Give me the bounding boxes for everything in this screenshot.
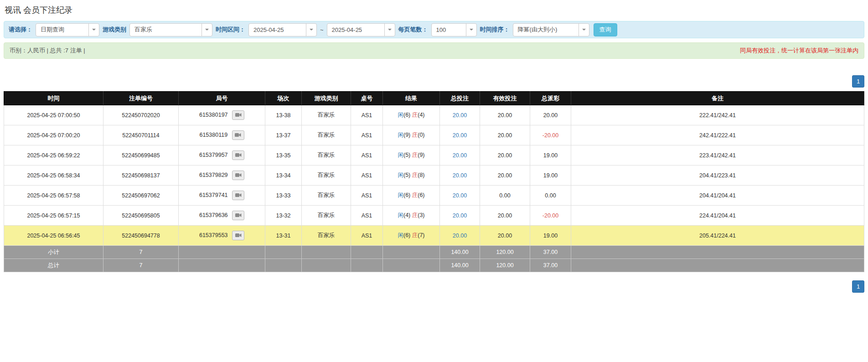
total-bet-link[interactable]: 20.00 bbox=[453, 212, 467, 219]
note-cell: 205.41/224.41 bbox=[571, 226, 864, 246]
banker-result: 庄 bbox=[412, 132, 418, 138]
time-cell: 2025-04-25 06:59:22 bbox=[4, 145, 103, 165]
bet-id-cell: 522450702020 bbox=[103, 105, 179, 125]
filter-bar: 请选择： 日期查询 游戏类别 百家乐 时间区间： 2025-04-25 ~ 20… bbox=[4, 21, 864, 38]
summary-row-label: 总计 bbox=[4, 259, 103, 272]
round-id-cell: 615379829 bbox=[179, 165, 265, 186]
round-id-cell: 615380197 bbox=[179, 105, 265, 125]
session-cell: 13-31 bbox=[265, 226, 302, 246]
pagination-page-1[interactable]: 1 bbox=[852, 75, 864, 88]
time-cell: 2025-04-25 07:00:20 bbox=[4, 125, 103, 145]
payout-cell: -20.00 bbox=[530, 206, 571, 226]
time-cell: 2025-04-25 06:57:15 bbox=[4, 206, 103, 226]
query-type-value: 日期查询 bbox=[36, 24, 88, 36]
banker-result: 庄 bbox=[412, 172, 418, 178]
round-id-cell: 615379636 bbox=[179, 206, 265, 226]
total-bet-cell: 20.00 bbox=[440, 125, 480, 145]
table-row: 2025-04-25 06:57:58522450697062615379741… bbox=[4, 186, 864, 206]
player-result: 闲 bbox=[398, 132, 403, 138]
player-result: 闲 bbox=[398, 112, 403, 118]
game-type-cell: 百家乐 bbox=[302, 105, 351, 125]
video-replay-button[interactable] bbox=[232, 130, 244, 140]
page-size-value: 100 bbox=[432, 24, 466, 36]
video-replay-button[interactable] bbox=[232, 150, 244, 160]
round-id-cell: 615380119 bbox=[179, 125, 265, 145]
video-replay-button[interactable] bbox=[232, 211, 244, 220]
time-range-label: 时间区间： bbox=[216, 26, 245, 34]
column-header: 时间 bbox=[4, 92, 103, 105]
session-cell: 13-37 bbox=[265, 125, 302, 145]
round-id-cell: 615379957 bbox=[179, 145, 265, 165]
column-header: 备注 bbox=[571, 92, 864, 105]
banker-result: 庄 bbox=[412, 212, 418, 218]
summary-row: 总计7140.00120.0037.00 bbox=[4, 259, 864, 272]
valid-bet-cell: 20.00 bbox=[480, 105, 530, 125]
video-replay-button[interactable] bbox=[232, 191, 244, 200]
banker-result: 庄 bbox=[412, 192, 418, 198]
date-from-value: 2025-04-25 bbox=[249, 24, 306, 36]
video-camera-icon bbox=[235, 233, 242, 239]
video-camera-icon bbox=[235, 112, 242, 119]
bet-records-table: 时间注单编号局号场次游戏类别桌号结果总投注有效投注总派彩备注 2025-04-2… bbox=[4, 91, 864, 272]
video-camera-icon bbox=[235, 212, 242, 219]
page-size-label: 每页笔数： bbox=[398, 26, 428, 34]
total-bet-link[interactable]: 20.00 bbox=[453, 132, 467, 139]
table-row: 2025-04-25 06:59:22522450699485615379957… bbox=[4, 145, 864, 165]
total-bet-link[interactable]: 20.00 bbox=[453, 172, 467, 179]
total-bet-link[interactable]: 20.00 bbox=[453, 152, 467, 159]
note-cell: 242.41/222.41 bbox=[571, 125, 864, 145]
table-no-cell: AS1 bbox=[351, 206, 383, 226]
summary-row: 小计7140.00120.0037.00 bbox=[4, 246, 864, 259]
page-size-select[interactable]: 100 bbox=[431, 23, 477, 36]
chevron-down-icon bbox=[202, 24, 212, 36]
time-cell: 2025-04-25 06:56:45 bbox=[4, 226, 103, 246]
column-header: 注单编号 bbox=[103, 92, 179, 105]
column-header: 桌号 bbox=[351, 92, 383, 105]
banker-result: 庄 bbox=[412, 152, 418, 158]
table-no-cell: AS1 bbox=[351, 165, 383, 186]
video-replay-button[interactable] bbox=[232, 231, 244, 240]
session-cell: 13-33 bbox=[265, 186, 302, 206]
result-cell: 闲(9) 庄(0) bbox=[383, 125, 440, 145]
pagination-top: 1 bbox=[4, 75, 864, 88]
session-cell: 13-35 bbox=[265, 145, 302, 165]
result-cell: 闲(5) 庄(8) bbox=[383, 165, 440, 186]
query-type-select[interactable]: 日期查询 bbox=[36, 23, 99, 36]
sort-order-select[interactable]: 降冪(由大到小) bbox=[513, 23, 589, 36]
total-bet-cell: 20.00 bbox=[440, 186, 480, 206]
summary-payout: 37.00 bbox=[530, 259, 571, 272]
valid-bet-cell: 20.00 bbox=[480, 145, 530, 165]
summary-row-count: 7 bbox=[103, 246, 179, 259]
chevron-down-icon bbox=[306, 24, 316, 36]
video-replay-button[interactable] bbox=[232, 171, 244, 180]
sort-order-label: 时间排序： bbox=[480, 26, 510, 34]
total-bet-link[interactable]: 20.00 bbox=[453, 233, 467, 239]
result-cell: 闲(6) 庄(6) bbox=[383, 186, 440, 206]
chevron-down-icon bbox=[579, 24, 589, 36]
banker-result: 庄 bbox=[412, 232, 418, 238]
summary-bar: 币别：人民币 | 总共 :7 注单 | 同局有效投注，统一计算在该局第一张注单内 bbox=[4, 42, 864, 59]
table-header-row: 时间注单编号局号场次游戏类别桌号结果总投注有效投注总派彩备注 bbox=[4, 92, 864, 105]
bet-id-cell: 522450697062 bbox=[103, 186, 179, 206]
total-bet-cell: 20.00 bbox=[440, 165, 480, 186]
game-type-select[interactable]: 百家乐 bbox=[129, 23, 212, 36]
bet-id-cell: 522450695805 bbox=[103, 206, 179, 226]
video-replay-button[interactable] bbox=[232, 110, 244, 120]
table-row: 2025-04-25 06:58:34522450698137615379829… bbox=[4, 165, 864, 186]
video-camera-icon bbox=[235, 172, 242, 179]
total-bet-link[interactable]: 20.00 bbox=[453, 192, 467, 199]
total-bet-link[interactable]: 20.00 bbox=[453, 112, 467, 119]
valid-bet-cell: 20.00 bbox=[480, 165, 530, 186]
result-cell: 闲(5) 庄(9) bbox=[383, 145, 440, 165]
date-from-select[interactable]: 2025-04-25 bbox=[248, 23, 317, 36]
date-to-select[interactable]: 2025-04-25 bbox=[327, 23, 395, 36]
currency-summary-text: 币别：人民币 | 总共 :7 注单 | bbox=[10, 47, 85, 55]
pagination-page-1[interactable]: 1 bbox=[852, 280, 864, 293]
payout-cell: 19.00 bbox=[530, 145, 571, 165]
search-button[interactable]: 查询 bbox=[594, 23, 617, 36]
game-type-value: 百家乐 bbox=[130, 24, 202, 36]
page-root: 视讯 会员下注纪录 请选择： 日期查询 游戏类别 百家乐 时间区间： 2025-… bbox=[0, 0, 868, 296]
game-type-label: 游戏类别 bbox=[103, 26, 126, 34]
session-cell: 13-32 bbox=[265, 206, 302, 226]
round-id-cell: 615379741 bbox=[179, 186, 265, 206]
